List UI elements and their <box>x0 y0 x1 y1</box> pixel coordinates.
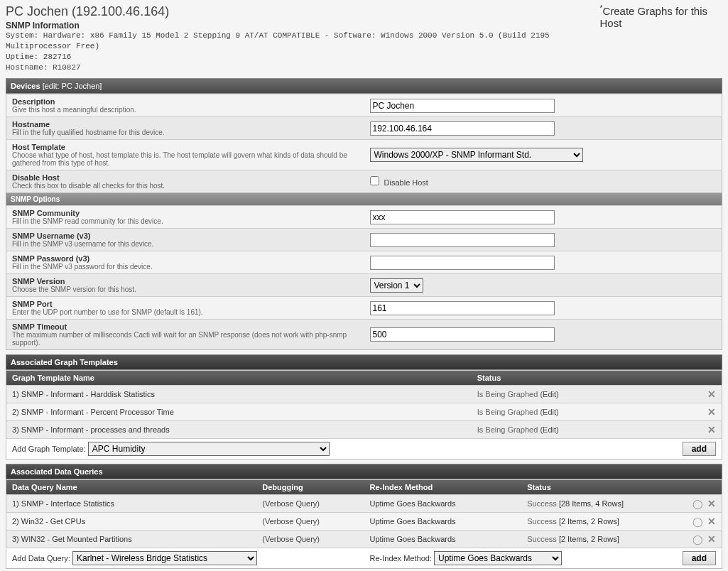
description-input[interactable] <box>370 99 555 113</box>
gt-edit-link[interactable]: (Edit) <box>540 408 558 416</box>
hostname-desc: Fill in the fully qualified hostname for… <box>12 129 359 136</box>
delete-icon[interactable]: ✕ <box>707 406 716 418</box>
dq-col-reindex: Re-Index Method <box>364 480 521 495</box>
add-graph-template-button[interactable]: add <box>683 442 716 456</box>
delete-icon[interactable]: ✕ <box>707 424 716 435</box>
delete-icon[interactable]: ✕ <box>707 533 716 545</box>
snmp-password-input[interactable] <box>370 256 555 270</box>
snmp-options-header: SNMP Options <box>6 193 722 205</box>
host-template-desc: Choose what type of host, host template … <box>12 151 359 167</box>
gt-row: 3) SNMP - Informant - processes and thre… <box>6 421 722 439</box>
reload-icon[interactable]: ◯ <box>692 499 703 509</box>
dq-row: 3) WIN32 - Get Mounted Partitions (Verbo… <box>6 531 722 548</box>
dq-verbose-link[interactable]: (Verbose Query) <box>262 517 320 526</box>
disable-host-label: Disable Host <box>12 173 359 182</box>
dq-verbose-link[interactable]: (Verbose Query) <box>262 499 320 508</box>
snmp-version-label: SNMP Version <box>12 277 359 286</box>
snmp-username-label: SNMP Username (v3) <box>12 232 359 240</box>
page-title: PC Jochen (192.100.46.164) <box>6 4 600 19</box>
snmp-system-line: System: Hardware: x86 Family 15 Model 2 … <box>6 31 600 52</box>
gt-edit-link[interactable]: (Edit) <box>540 390 558 398</box>
devices-section-header: Devices [edit: PC Jochen] <box>6 78 722 94</box>
snmp-version-desc: Choose the SNMP version for this host. <box>12 286 359 293</box>
dq-row: 2) Win32 - Get CPUs (Verbose Query) Upti… <box>6 513 722 531</box>
disable-host-checkbox[interactable] <box>370 176 379 185</box>
disable-host-checkbox-label: Disable Host <box>384 178 428 187</box>
description-desc: Give this host a meaningful description. <box>12 106 359 114</box>
snmp-password-desc: Fill in the SNMP v3 password for this de… <box>12 263 359 271</box>
gt-col-name: Graph Template Name <box>6 371 472 386</box>
snmp-version-select[interactable]: Version 1 <box>370 278 423 293</box>
graph-templates-header: Associated Graph Templates <box>6 354 722 370</box>
create-graphs-link[interactable]: *Create Graphs for this Host <box>600 4 723 29</box>
gt-col-status: Status <box>472 371 677 386</box>
dq-row: 1) SNMP - Interface Statistics (Verbose … <box>6 495 722 513</box>
reindex-method-select[interactable]: Uptime Goes Backwards <box>434 551 562 565</box>
snmp-port-input[interactable] <box>370 301 555 315</box>
gt-row: 1) SNMP - Informant - Harddisk Statistic… <box>6 386 722 403</box>
snmp-community-input[interactable] <box>370 210 555 224</box>
devices-edit-label: [edit: PC Jochen] <box>43 82 102 90</box>
disable-host-desc: Check this box to disable all checks for… <box>12 182 359 190</box>
snmp-port-desc: Enter the UDP port number to use for SNM… <box>12 308 359 316</box>
snmp-username-desc: Fill in the SNMP v3 username for this de… <box>12 240 359 248</box>
add-graph-template-label: Add Graph Template: <box>12 445 86 453</box>
description-label: Description <box>12 97 359 106</box>
snmp-username-input[interactable] <box>370 233 555 247</box>
snmp-hostname-line: Hostname: R10827 <box>6 62 600 73</box>
add-data-query-button[interactable]: add <box>683 551 716 565</box>
delete-icon[interactable]: ✕ <box>707 388 716 400</box>
host-template-label: Host Template <box>12 143 359 151</box>
snmp-port-label: SNMP Port <box>12 300 359 308</box>
gt-edit-link[interactable]: (Edit) <box>540 425 558 434</box>
delete-icon[interactable]: ✕ <box>707 516 716 527</box>
snmp-timeout-desc: The maximum number of milliseconds Cacti… <box>12 331 359 347</box>
snmp-uptime-line: Uptime: 282716 <box>6 52 600 62</box>
gt-row: 2) SNMP - Informant - Percent Processor … <box>6 403 722 421</box>
snmp-timeout-input[interactable] <box>370 327 555 342</box>
host-template-select[interactable]: Windows 2000/XP - SNMP Informant Std. <box>370 148 583 162</box>
snmp-info-heading: SNMP Information <box>6 21 600 31</box>
data-queries-header: Associated Data Queries <box>6 464 722 479</box>
reload-icon[interactable]: ◯ <box>692 534 703 545</box>
hostname-label: Hostname <box>12 120 359 129</box>
reindex-method-label: Re-Index Method: <box>369 554 431 562</box>
snmp-timeout-label: SNMP Timeout <box>12 322 359 331</box>
snmp-community-desc: Fill in the SNMP read community for this… <box>12 217 359 225</box>
add-graph-template-select[interactable]: APC Humidity <box>88 442 330 456</box>
add-data-query-select[interactable]: Karlnet - Wireless Bridge Statistics <box>72 551 257 565</box>
snmp-password-label: SNMP Password (v3) <box>12 254 359 263</box>
delete-icon[interactable]: ✕ <box>707 498 716 509</box>
dq-verbose-link[interactable]: (Verbose Query) <box>262 535 320 543</box>
hostname-input[interactable] <box>370 121 555 136</box>
dq-col-name: Data Query Name <box>6 480 257 495</box>
snmp-community-label: SNMP Community <box>12 209 359 217</box>
dq-col-status: Status <box>521 480 676 495</box>
dq-col-debug: Debugging <box>256 480 364 495</box>
reload-icon[interactable]: ◯ <box>692 516 703 527</box>
add-data-query-label: Add Data Query: <box>12 554 70 562</box>
